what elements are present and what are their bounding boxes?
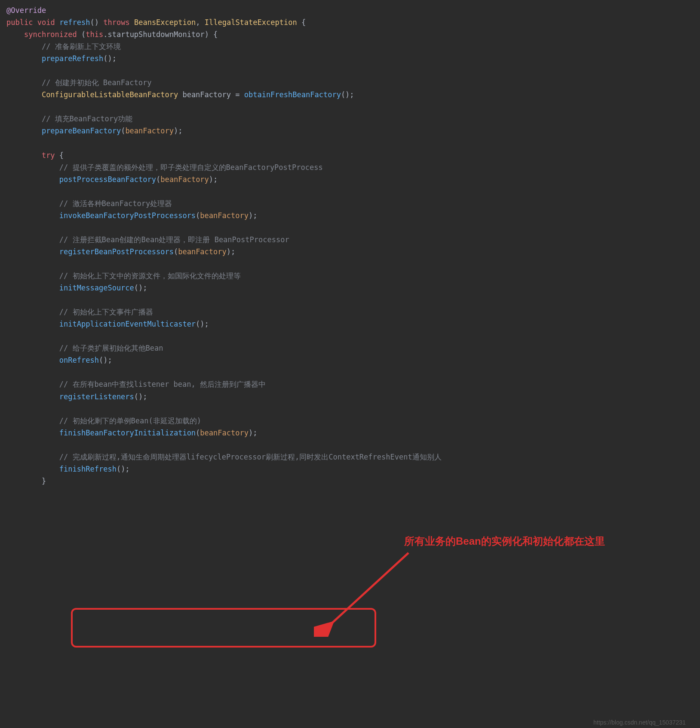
- svg-line-1: [331, 553, 408, 624]
- call-initmsgsrc: initMessageSource: [59, 284, 134, 292]
- comment-fill-bf: // 填充BeanFactory功能: [42, 114, 132, 123]
- comment-finishrefresh: // 完成刷新过程,通知生命周期处理器lifecycleProcessor刷新过…: [59, 453, 442, 461]
- callout-text: 所有业务的Bean的实例化和初始化都在这里: [404, 533, 605, 550]
- call-finishbfinit: finishBeanFactoryInitialization: [59, 429, 196, 437]
- kw-try: try: [42, 151, 55, 160]
- call-invokebfpp: invokeBeanFactoryPostProcessors: [59, 211, 196, 220]
- highlight-box: [71, 608, 376, 648]
- call-preparebf: prepareBeanFactory: [42, 126, 121, 135]
- call-initmulticaster: initApplicationEventMulticaster: [59, 320, 196, 328]
- kw-public: public: [6, 18, 33, 27]
- comment-init-msgsrc: // 初始化上下文中的资源文件，如国际化文件的处理等: [59, 271, 241, 280]
- field-monitor: .startupShutdownMonitor: [103, 30, 204, 39]
- call-finishrefresh: finishRefresh: [59, 465, 117, 473]
- call-preparerefresh: prepareRefresh: [42, 54, 103, 63]
- arrow-icon: [314, 546, 426, 637]
- comment-finishbfinit: // 初始化剩下的单例Bean(非延迟加载的): [59, 416, 201, 425]
- kw-void: void: [37, 18, 55, 27]
- comment-init-multicaster: // 初始化上下文事件广播器: [59, 308, 153, 316]
- comment-create-beanfactory: // 创建并初始化 BeanFactory: [42, 78, 152, 87]
- annotation: @Override: [6, 6, 46, 15]
- comment-register-bpp: // 注册拦截Bean创建的Bean处理器，即注册 BeanPostProces…: [59, 235, 289, 244]
- comment-postprocess: // 提供子类覆盖的额外处理，即子类处理自定义的BeanFactoryPostP…: [59, 163, 323, 172]
- comment-reglisteners: // 在所有bean中查找listener bean, 然后注册到广播器中: [59, 380, 266, 389]
- comment-invoke-bfpp: // 激活各种BeanFactory处理器: [59, 199, 172, 208]
- call-registerbpp: registerBeanPostProcessors: [59, 247, 174, 256]
- comment-prepare-refresh: // 准备刷新上下文环境: [42, 42, 121, 51]
- kw-this: this: [86, 30, 103, 39]
- watermark: https://blog.csdn.net/qq_15037231: [593, 718, 686, 728]
- call-obtainfreshbf: obtainFreshBeanFactory: [244, 90, 341, 99]
- code-block: @Override public void refresh() throws B…: [6, 4, 700, 487]
- type-beansexc: BeansException: [134, 18, 196, 27]
- type-illegalstate: IllegalStateException: [205, 18, 297, 27]
- call-reglisteners: registerListeners: [59, 392, 134, 401]
- call-postprocessbf: postProcessBeanFactory: [59, 175, 156, 184]
- kw-throws: throws: [103, 18, 129, 27]
- type-conflistablebf: ConfigurableListableBeanFactory: [42, 90, 178, 99]
- kw-sync: synchronized: [24, 30, 77, 39]
- close-brace: }: [42, 477, 46, 485]
- call-onrefresh: onRefresh: [59, 356, 99, 364]
- comment-onrefresh: // 给子类扩展初始化其他Bean: [59, 344, 163, 352]
- method-refresh: refresh: [59, 18, 90, 27]
